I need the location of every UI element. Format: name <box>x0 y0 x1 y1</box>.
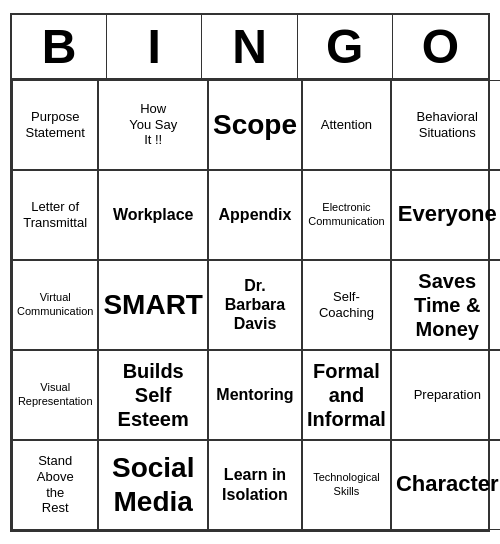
bingo-cell-5: Letter of Transmittal <box>12 170 98 260</box>
bingo-cell-2: Scope <box>208 80 302 170</box>
bingo-cell-21: Social Media <box>98 440 208 530</box>
header-letter-g: G <box>298 15 393 78</box>
bingo-cell-8: Electronic Communication <box>302 170 391 260</box>
header-letter-i: I <box>107 15 202 78</box>
bingo-cell-24: Character <box>391 440 500 530</box>
header-letter-n: N <box>202 15 297 78</box>
bingo-cell-4: Behavioral Situations <box>391 80 500 170</box>
bingo-cell-18: Formal and Informal <box>302 350 391 440</box>
bingo-cell-23: Technological Skills <box>302 440 391 530</box>
bingo-cell-14: Saves Time & Money <box>391 260 500 350</box>
bingo-cell-13: Self- Coaching <box>302 260 391 350</box>
bingo-cell-6: Workplace <box>98 170 208 260</box>
bingo-cell-20: Stand Above the Rest <box>12 440 98 530</box>
bingo-grid: Purpose StatementHow You Say It !!ScopeA… <box>12 80 488 530</box>
bingo-cell-11: SMART <box>98 260 208 350</box>
bingo-header: BINGO <box>12 15 488 80</box>
bingo-card: BINGO Purpose StatementHow You Say It !!… <box>10 13 490 532</box>
bingo-cell-1: How You Say It !! <box>98 80 208 170</box>
header-letter-o: O <box>393 15 488 78</box>
bingo-cell-0: Purpose Statement <box>12 80 98 170</box>
bingo-cell-10: Virtual Communication <box>12 260 98 350</box>
bingo-cell-15: Visual Representation <box>12 350 98 440</box>
bingo-cell-12: Dr. Barbara Davis <box>208 260 302 350</box>
bingo-cell-16: Builds Self Esteem <box>98 350 208 440</box>
bingo-cell-7: Appendix <box>208 170 302 260</box>
bingo-cell-22: Learn in Isolation <box>208 440 302 530</box>
bingo-cell-3: Attention <box>302 80 391 170</box>
bingo-cell-9: Everyone <box>391 170 500 260</box>
bingo-cell-19: Preparation <box>391 350 500 440</box>
header-letter-b: B <box>12 15 107 78</box>
bingo-cell-17: Mentoring <box>208 350 302 440</box>
